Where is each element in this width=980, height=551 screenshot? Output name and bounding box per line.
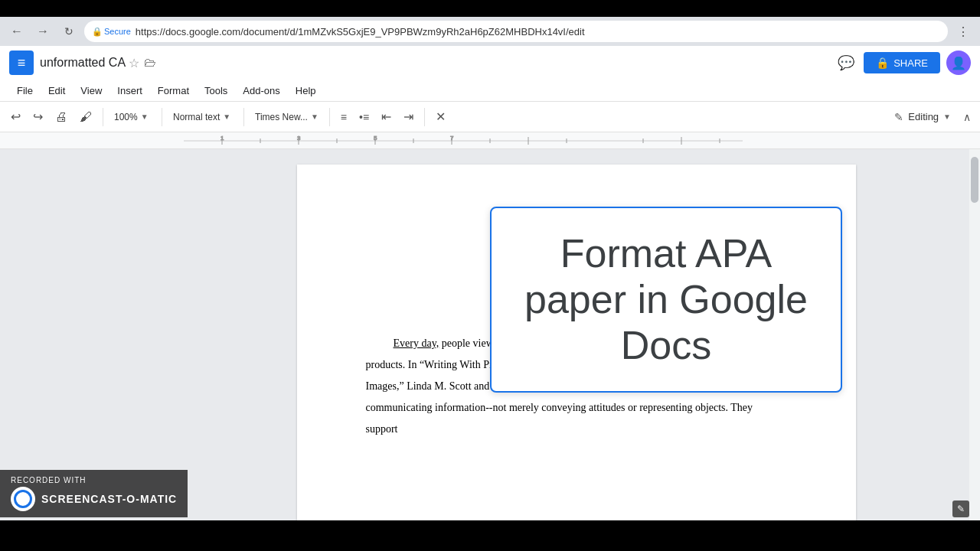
editing-mode-button[interactable]: ✎ Editing ▼	[888, 108, 957, 126]
zoom-select[interactable]: 100% ▼	[109, 109, 155, 125]
ruler: 1 3 5 7	[0, 132, 980, 149]
menu-addons[interactable]: Add-ons	[235, 82, 287, 99]
redo-button[interactable]: ↪	[28, 106, 47, 127]
menu-edit[interactable]: Edit	[41, 82, 73, 99]
style-label: Normal text	[173, 112, 220, 122]
svg-text:5: 5	[374, 135, 377, 142]
secure-label: Secure	[104, 27, 131, 36]
menu-tools[interactable]: Tools	[197, 82, 235, 99]
title-area: unformatted CA ☆ 🗁	[40, 56, 828, 70]
menu-view[interactable]: View	[73, 82, 109, 99]
back-button[interactable]: ←	[6, 21, 28, 42]
lock-icon: 🔒	[92, 27, 103, 37]
font-label: Times New...	[255, 112, 308, 122]
menu-format[interactable]: Format	[150, 82, 197, 99]
doc-title[interactable]: unformatted CA	[40, 56, 126, 70]
screencast-logo	[11, 487, 35, 511]
paint-format-button[interactable]: 🖌	[75, 107, 96, 127]
zoom-label: 100%	[114, 112, 138, 122]
forward-button[interactable]: →	[32, 21, 54, 42]
scrollbar-thumb[interactable]	[971, 157, 978, 203]
gdocs-logo: ≡	[9, 51, 34, 75]
overlay-card: Format APA paper in Google Docs	[490, 207, 842, 393]
print-button[interactable]: 🖨	[51, 107, 72, 127]
share-button[interactable]: 🔒 SHARE	[864, 52, 940, 73]
font-select[interactable]: Times New... ▼	[250, 109, 323, 125]
separator-5	[424, 108, 425, 126]
menu-bar: File Edit View Insert Format Tools Add-o…	[0, 80, 980, 101]
every-day-text: Every day,	[394, 337, 439, 349]
star-icon[interactable]: ☆	[129, 56, 139, 70]
editing-label: Editing	[908, 111, 939, 122]
style-arrow: ▼	[223, 112, 230, 121]
editing-chevron-icon: ▼	[943, 112, 951, 121]
separator-4	[329, 108, 330, 126]
ruler-svg: 1 3 5 7	[184, 133, 743, 148]
style-select[interactable]: Normal text ▼	[168, 109, 237, 125]
address-bar[interactable]: 🔒 Secure https://docs.google.com/documen…	[84, 21, 948, 42]
zoom-arrow: ▼	[141, 112, 149, 121]
menu-insert[interactable]: Insert	[109, 82, 150, 99]
overlay-title: Format APA paper in Google Docs	[522, 231, 810, 368]
comment-button[interactable]: 💬	[835, 51, 858, 74]
separator-3	[243, 108, 244, 126]
browser-menu-button[interactable]: ⋮	[952, 21, 974, 42]
svg-text:1: 1	[220, 135, 224, 142]
main-content: Format APA paper in Google Docs Analysis…	[0, 149, 980, 521]
collapse-toolbar-button[interactable]: ∧	[960, 108, 974, 126]
refresh-button[interactable]: ↻	[58, 21, 80, 42]
share-label: SHARE	[893, 57, 928, 69]
bullet-list-button[interactable]: •≡	[354, 108, 374, 126]
font-arrow: ▼	[311, 112, 318, 121]
browser-chrome: ← → ↻ 🔒 Secure https://docs.google.com/d…	[0, 17, 980, 46]
indent-decrease-button[interactable]: ⇤	[377, 106, 396, 127]
toolbar: ↩ ↪ 🖨 🖌 100% ▼ Normal text ▼ Times New..…	[0, 101, 980, 132]
gdocs-header: ≡ unformatted CA ☆ 🗁 💬 🔒 SHARE 👤 File Ed…	[0, 46, 980, 132]
header-right: 💬 🔒 SHARE 👤	[835, 51, 971, 75]
recorded-with-text: RECORDED WITH	[11, 476, 177, 485]
separator-1	[103, 108, 103, 126]
body-line4: communicating information--not merely co…	[366, 397, 787, 440]
indent-increase-button[interactable]: ⇥	[399, 106, 418, 127]
screencast-logo-inner	[14, 490, 32, 508]
document-area: Format APA paper in Google Docs Analysis…	[184, 149, 969, 521]
scrollbar[interactable]	[969, 149, 980, 521]
folder-icon[interactable]: 🗁	[144, 56, 156, 70]
avatar[interactable]: 👤	[946, 51, 971, 75]
separator-2	[162, 108, 162, 126]
brand-text: SCREENCAST-O-MATIC	[41, 493, 177, 506]
page-corner[interactable]: ✎	[952, 500, 969, 517]
menu-file[interactable]: File	[9, 82, 41, 99]
secure-badge: 🔒 Secure	[92, 27, 131, 37]
share-lock-icon: 🔒	[876, 57, 889, 69]
menu-help[interactable]: Help	[288, 82, 324, 99]
svg-text:3: 3	[297, 135, 301, 142]
right-panel	[969, 149, 980, 521]
svg-text:7: 7	[450, 135, 454, 142]
clear-formatting-button[interactable]: ✕	[431, 106, 450, 127]
pencil-icon: ✎	[894, 111, 903, 123]
undo-button[interactable]: ↩	[6, 106, 25, 127]
url-text: https://docs.google.com/document/d/1mMZv…	[136, 26, 585, 37]
ordered-list-button[interactable]: ≡	[336, 108, 351, 126]
page-corner-icon: ✎	[957, 504, 965, 514]
watermark: RECORDED WITH SCREENCAST-O-MATIC	[0, 470, 188, 517]
left-panel	[0, 149, 184, 521]
